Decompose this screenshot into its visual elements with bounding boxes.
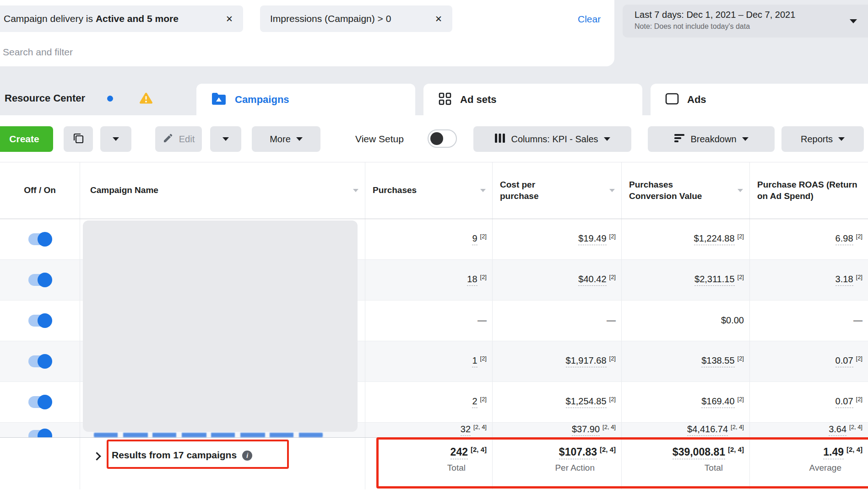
campaign-toggle[interactable]: [28, 233, 52, 245]
cell-purchases: 18[2]: [365, 260, 493, 300]
more-button-label: More: [270, 134, 291, 145]
cell-cost-per-purchase: $19.49[2]: [493, 219, 622, 259]
chevron-down-icon: [742, 137, 749, 141]
duplicate-icon: [72, 132, 84, 146]
campaign-toggle[interactable]: [28, 315, 52, 327]
metric-reference-tag: [2]: [480, 355, 487, 362]
summary-name-cell: Results from 17 campaigns i: [80, 438, 365, 489]
campaign-toggle[interactable]: [28, 274, 52, 286]
warning-icon: [139, 92, 153, 105]
metric-reference-tag: [2, 4]: [728, 446, 744, 453]
tab-ads-label: Ads: [687, 94, 706, 106]
campaigns-folder-icon: [211, 92, 227, 107]
table-header-row: Off / On Campaign Name Purchases Cost pe…: [0, 162, 868, 219]
summary-caption: Total: [447, 463, 487, 473]
metric-reference-tag: [2]: [480, 233, 487, 240]
filter-chip-impressions[interactable]: Impressions (Campaign) > 0 ✕: [260, 5, 452, 32]
info-icon[interactable]: i: [242, 451, 252, 461]
metric-reference-tag: [2]: [480, 274, 487, 280]
tabs-row: Resource Center Campaigns Ad sets Ads: [0, 81, 868, 115]
summary-row: Results from 17 campaigns i 242[2, 4] To…: [0, 437, 868, 489]
campaign-names-redaction-overlay: [83, 220, 358, 432]
cell-cost-per-purchase: $1,254.85[2]: [493, 382, 622, 422]
filter-chip-prefix: Campaign delivery is: [4, 13, 93, 24]
header-purchases[interactable]: Purchases: [365, 162, 493, 219]
cell-cost-per-purchase: $37.90[2, 4]: [493, 423, 622, 437]
metric-reference-tag: [2]: [856, 396, 863, 403]
metric-reference-tag: [2, 4]: [471, 446, 487, 453]
tab-ad-sets[interactable]: Ad sets: [423, 84, 642, 115]
date-range-selector[interactable]: Last 7 days: Dec 1, 2021 – Dec 7, 2021 N…: [623, 5, 868, 38]
edit-button[interactable]: Edit: [155, 126, 202, 152]
cell-purchase-roas: 3.64[2, 4]: [750, 423, 868, 437]
tab-campaigns[interactable]: Campaigns: [196, 84, 415, 115]
more-button[interactable]: More: [252, 126, 320, 152]
metric-reference-tag: [2]: [609, 355, 616, 362]
toggle-knob: [38, 429, 52, 437]
duplicate-caret-button[interactable]: [100, 126, 131, 152]
breakdown-button-label: Breakdown: [690, 134, 736, 145]
chevron-down-icon: [296, 137, 303, 141]
search-and-filter-input[interactable]: Search and filter: [3, 47, 73, 58]
metric-reference-tag: [2]: [738, 274, 744, 280]
metric-reference-tag: [2]: [856, 233, 863, 240]
cell-purchases: —: [365, 301, 493, 341]
ads-card-icon: [665, 93, 679, 107]
summary-cost-per-purchase: $107.83[2, 4] Per Action: [493, 438, 622, 489]
chevron-down-icon: [838, 137, 845, 141]
close-icon[interactable]: ✕: [215, 14, 233, 24]
header-cost-per-purchase[interactable]: Cost per purchase: [493, 162, 622, 219]
filter-bar: Campaign delivery is Active and 5 more ✕…: [0, 0, 614, 66]
ads-manager-screen: Campaign delivery is Active and 5 more ✕…: [0, 0, 868, 494]
duplicate-button[interactable]: [64, 126, 93, 152]
columns-button-label: Columns: KPI - Sales: [511, 134, 598, 145]
redacted-campaign-link: [94, 433, 323, 437]
metric-reference-tag: [2]: [609, 396, 616, 403]
toggle-knob: [38, 232, 52, 247]
edit-pencil-icon: [163, 133, 174, 146]
campaigns-table: Off / On Campaign Name Purchases Cost pe…: [0, 162, 868, 494]
columns-button[interactable]: Columns: KPI - Sales: [473, 126, 631, 152]
chevron-down-icon: [113, 137, 119, 141]
cell-purchases: 1[2]: [365, 341, 493, 381]
metric-reference-tag: [2, 4]: [473, 424, 487, 430]
expand-chevron-icon[interactable]: [92, 452, 101, 460]
edit-caret-button[interactable]: [210, 126, 241, 152]
tab-ads[interactable]: Ads: [651, 84, 868, 115]
header-purchase-roas[interactable]: Purchase ROAS (Return on Ad Spend): [750, 162, 868, 219]
filter-chip-campaign-delivery[interactable]: Campaign delivery is Active and 5 more ✕: [0, 5, 243, 32]
metric-reference-tag: [2, 4]: [731, 424, 744, 430]
create-button[interactable]: Create: [0, 126, 53, 152]
edit-button-label: Edit: [179, 134, 195, 145]
date-range-note: Note: Does not include today's data: [635, 22, 868, 31]
cell-purchases: 32[2, 4]: [365, 423, 493, 437]
filter-chip-label: Impressions (Campaign) > 0: [270, 13, 391, 24]
summary-purchases-conversion-value: $39,008.81[2, 4] Total: [622, 438, 750, 489]
campaign-toggle[interactable]: [28, 430, 52, 437]
toggle-knob: [38, 354, 52, 369]
view-setup-label: View Setup: [355, 126, 404, 152]
tab-campaigns-label: Campaigns: [235, 94, 289, 106]
summary-caption: Per Action: [555, 463, 616, 473]
close-icon[interactable]: ✕: [424, 14, 442, 24]
reports-button[interactable]: Reports: [781, 126, 864, 152]
header-purchases-conversion-value[interactable]: Purchases Conversion Value: [622, 162, 750, 219]
header-campaign-name[interactable]: Campaign Name: [80, 162, 365, 219]
results-count-label: Results from 17 campaigns: [112, 450, 237, 461]
campaign-toggle[interactable]: [28, 355, 52, 367]
cell-purchase-roas: 6.98[2]: [750, 219, 868, 259]
summary-purchase-roas: 1.49[2, 4] Average: [750, 438, 868, 489]
metric-reference-tag: [2, 4]: [846, 446, 863, 453]
campaign-toggle[interactable]: [28, 396, 52, 408]
toggle-knob: [430, 132, 443, 145]
breakdown-button[interactable]: Breakdown: [648, 126, 775, 152]
cell-purchase-roas: 0.07[2]: [750, 341, 868, 381]
clear-filters-button[interactable]: Clear: [578, 14, 601, 25]
cell-cost-per-purchase: $1,917.68[2]: [493, 341, 622, 381]
reports-button-label: Reports: [801, 134, 833, 145]
metric-reference-tag: [2]: [738, 396, 744, 403]
ad-sets-grid-icon: [438, 92, 452, 107]
resource-center-item[interactable]: Resource Center: [5, 81, 153, 115]
summary-caption: Total: [705, 463, 744, 473]
view-setup-toggle[interactable]: [428, 129, 457, 148]
